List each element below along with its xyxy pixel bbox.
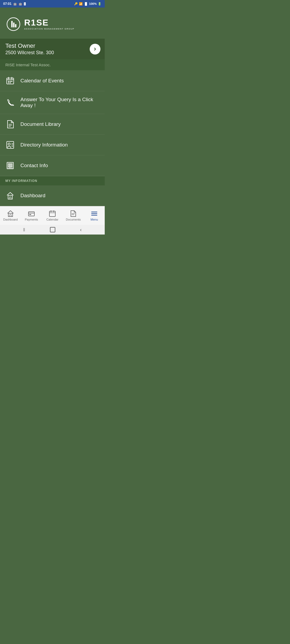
recents-button[interactable]: ⦀ [23, 227, 25, 233]
menu-item-contact[interactable]: Contact Info [0, 155, 105, 176]
user-address: 2500 Wilcrest Ste. 300 [5, 50, 90, 56]
svg-rect-9 [10, 81, 11, 82]
home-icon [5, 191, 15, 200]
document-icon [5, 119, 15, 129]
screen-icon: ▪ [24, 2, 26, 5]
nav-documents-icon [70, 210, 77, 217]
svg-rect-3 [15, 24, 16, 27]
user-info: Test Owner 2500 Wilcrest Ste. 300 [5, 42, 90, 56]
svg-point-17 [8, 143, 10, 145]
phone-icon [5, 98, 15, 107]
status-time-group: 07:01 🤖 🤖 ▪ [3, 2, 26, 6]
assoc-label: RISE Internal Test Assoc. [0, 59, 105, 71]
chevron-right-icon [93, 47, 97, 51]
nav-menu-label: Menu [90, 218, 98, 221]
user-band[interactable]: Test Owner 2500 Wilcrest Ste. 300 [0, 39, 105, 59]
header-logo-area: R1SE ASSOCIATION MANAGEMENT GROUP [0, 8, 105, 39]
android-icon-2: 🤖 [19, 2, 22, 6]
nav-payments[interactable]: Payments [21, 208, 42, 223]
nav-documents[interactable]: Documents [63, 208, 84, 223]
svg-rect-29 [11, 167, 12, 169]
menu-label-calendar: Calendar of Events [20, 78, 64, 84]
bottom-nav: Dashboard Payments Calendar Documents [0, 206, 105, 225]
svg-rect-38 [49, 211, 55, 217]
status-time: 07:01 [3, 2, 12, 6]
nav-menu-icon [91, 210, 98, 217]
nav-calendar-icon [49, 210, 56, 217]
svg-rect-24 [11, 163, 12, 164]
building-icon [5, 161, 15, 170]
nav-payments-label: Payments [25, 218, 38, 221]
rise-logo-icon [6, 17, 20, 31]
calendar-icon [5, 76, 15, 86]
svg-rect-31 [8, 195, 12, 199]
menu-item-documents[interactable]: Document Library [0, 114, 105, 135]
menu-label-documents: Document Library [20, 121, 61, 127]
status-bar: 07:01 🤖 🤖 ▪ 🔑 📶 ▐▌ 100% 🔋 [0, 0, 105, 8]
nav-dashboard[interactable]: Dashboard [0, 208, 21, 223]
status-indicators: 🔑 📶 ▐▌ 100% 🔋 [74, 2, 102, 6]
android-icon-1: 🤖 [13, 2, 17, 6]
menu-item-dashboard[interactable]: Dashboard [0, 185, 105, 206]
svg-rect-34 [10, 215, 11, 217]
back-button[interactable]: ‹ [80, 227, 82, 233]
svg-rect-35 [28, 212, 34, 216]
svg-rect-33 [8, 213, 13, 217]
menu-label-dashboard: Dashboard [20, 193, 45, 199]
svg-rect-10 [11, 81, 12, 82]
user-chevron-button[interactable] [90, 44, 100, 54]
svg-rect-26 [10, 165, 11, 166]
menu-item-calendar[interactable]: Calendar of Events [0, 71, 105, 91]
home-button[interactable] [50, 227, 55, 232]
nav-dashboard-label: Dashboard [3, 218, 18, 221]
svg-rect-22 [8, 163, 9, 164]
nav-calendar-label: Calendar [46, 218, 59, 221]
nav-home-icon [7, 210, 14, 217]
battery-icon: 🔋 [98, 2, 102, 6]
logo-title: R1SE [24, 18, 74, 27]
nav-documents-label: Documents [66, 218, 81, 221]
svg-rect-28 [8, 167, 9, 169]
svg-rect-30 [10, 167, 11, 168]
key-icon: 🔑 [74, 2, 78, 6]
svg-rect-32 [9, 197, 11, 199]
my-information-header: MY INFORMATION [0, 176, 105, 185]
menu-label-query: Answer To Your Query Is a Click Away ! [20, 97, 99, 108]
svg-rect-12 [10, 82, 11, 83]
nav-menu[interactable]: Menu [84, 208, 105, 223]
menu-item-directory[interactable]: Directory Information [0, 135, 105, 155]
nav-payments-icon [28, 210, 35, 217]
svg-rect-1 [11, 21, 13, 27]
system-nav-bar: ⦀ ‹ [0, 225, 105, 235]
svg-rect-23 [10, 163, 11, 164]
svg-rect-37 [29, 214, 31, 215]
menu-label-contact: Contact Info [20, 163, 48, 169]
logo-container: R1SE ASSOCIATION MANAGEMENT GROUP [6, 17, 74, 31]
svg-rect-11 [8, 82, 9, 83]
signal-icon: ▐▌ [84, 2, 88, 5]
menu-list: Calendar of Events Answer To Your Query … [0, 71, 105, 206]
svg-rect-25 [8, 165, 9, 166]
user-name: Test Owner [5, 42, 90, 49]
svg-rect-27 [11, 165, 12, 166]
nav-calendar[interactable]: Calendar [42, 208, 63, 223]
logo-subtitle: ASSOCIATION MANAGEMENT GROUP [24, 28, 74, 30]
menu-item-query[interactable]: Answer To Your Query Is a Click Away ! [0, 91, 105, 114]
svg-rect-2 [13, 23, 15, 27]
battery-text: 100% [89, 2, 97, 5]
svg-rect-8 [8, 81, 9, 82]
wifi-icon: 📶 [79, 2, 83, 6]
directory-icon [5, 140, 15, 150]
menu-label-directory: Directory Information [20, 142, 68, 148]
logo-text-block: R1SE ASSOCIATION MANAGEMENT GROUP [24, 18, 74, 30]
